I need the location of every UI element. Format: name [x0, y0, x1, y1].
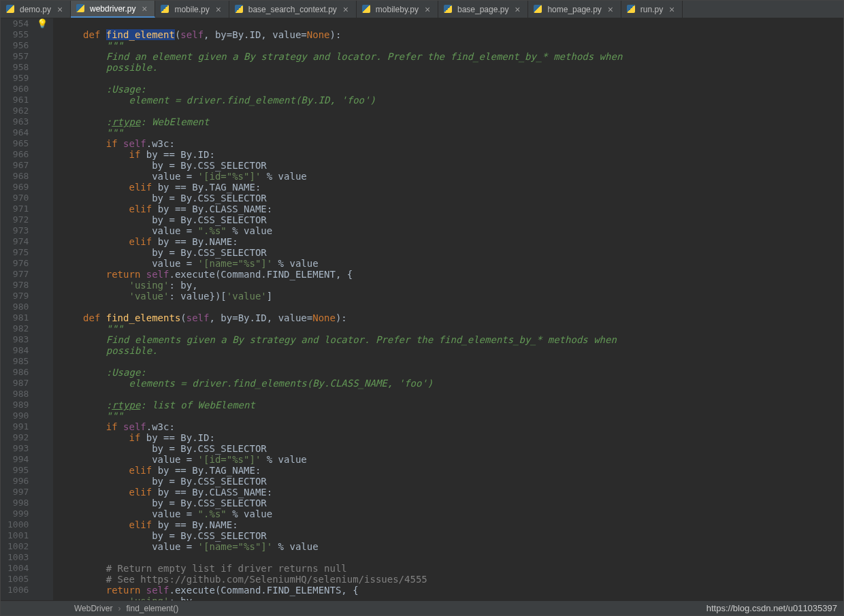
code-text: by = By.CSS_SELECTOR — [60, 214, 266, 225]
tab-label: webdriver.py — [90, 4, 135, 14]
code-text: by == By.ID: — [146, 149, 215, 160]
self-param: self — [180, 29, 204, 40]
tab-label: base_search_context.py — [248, 5, 337, 14]
tab-base-search-context[interactable]: base_search_context.py× — [229, 1, 357, 18]
code-text: by == By.TAG_NAME: — [158, 182, 261, 193]
function-name: find_elements — [106, 312, 181, 323]
close-icon[interactable]: × — [55, 4, 65, 15]
indent — [60, 487, 129, 498]
keyword-return: return — [106, 269, 146, 280]
tab-mobile[interactable]: mobile.py× — [155, 1, 229, 18]
indent — [60, 269, 106, 280]
docstring: : — [60, 400, 112, 410]
params: , by=By.ID, value= — [209, 312, 312, 323]
close-icon[interactable]: × — [140, 3, 149, 14]
tab-home-page[interactable]: home_page.py× — [528, 1, 621, 18]
editor-tabs: demo.py× webdriver.py× mobile.py× base_s… — [1, 1, 843, 18]
code-text: by == By.CLASS_NAME: — [158, 204, 273, 214]
tab-label: home_page.py — [547, 5, 601, 14]
keyword-if: if — [106, 138, 123, 149]
indent — [60, 182, 129, 193]
indent — [60, 421, 106, 432]
code-text: : value})[ — [169, 291, 226, 302]
paren: ( — [180, 312, 186, 323]
code-text: by == By.ID: — [146, 432, 215, 443]
breadcrumb-method[interactable]: find_element() — [126, 604, 178, 613]
close-icon[interactable]: × — [667, 4, 677, 15]
code-text: % value — [261, 171, 306, 182]
keyword-if: if — [106, 421, 123, 432]
close-icon[interactable]: × — [423, 4, 432, 15]
tab-demo[interactable]: demo.py× — [1, 1, 71, 18]
self-ref: self — [123, 138, 146, 149]
string-literal: 'value' — [129, 291, 169, 302]
code-text: value = — [60, 508, 197, 519]
code-text: by == By.NAME: — [158, 519, 238, 530]
tab-label: run.py — [640, 5, 663, 14]
code-text: by == By.CLASS_NAME: — [158, 487, 273, 498]
python-icon — [627, 5, 636, 14]
string-literal: 'using' — [129, 596, 169, 600]
code-text: .execute(Command.FIND_ELEMENTS, { — [169, 585, 358, 596]
close-icon[interactable]: × — [341, 4, 351, 15]
keyword-elif: elif — [129, 519, 157, 530]
comment: # Return empty list if driver returns nu… — [60, 563, 346, 574]
code-text: by = By.CSS_SELECTOR — [60, 247, 266, 258]
rtype-tag: rtype — [112, 400, 140, 410]
close-icon[interactable]: × — [513, 4, 522, 15]
comment: # See https://github.com/SeleniumHQ/sele… — [60, 574, 427, 585]
rtype-tag: rtype — [112, 116, 140, 127]
tab-mobileby[interactable]: mobileby.py× — [357, 1, 438, 18]
code-text: value = — [60, 225, 197, 236]
keyword-return: return — [106, 585, 146, 596]
code-text: .w3c: — [146, 138, 175, 149]
code-text: .execute(Command.FIND_ELEMENT, { — [169, 269, 353, 280]
breadcrumb-class[interactable]: WebDriver — [74, 604, 112, 613]
code-text: by = By.CSS_SELECTOR — [60, 443, 266, 454]
keyword-if: if — [129, 149, 146, 160]
code-editor[interactable]: def find_element(self, by=By.ID, value=N… — [53, 18, 843, 600]
paren: ): — [336, 312, 347, 323]
close-icon[interactable]: × — [606, 4, 615, 15]
indent — [60, 465, 129, 476]
editor-area[interactable]: 954 955 956 957 958 959 960 961 962 963 … — [1, 18, 843, 600]
close-icon[interactable]: × — [214, 4, 223, 15]
tab-label: demo.py — [20, 5, 51, 14]
indent — [60, 291, 129, 302]
tab-run[interactable]: run.py× — [621, 1, 683, 18]
tab-label: mobileby.py — [376, 5, 419, 14]
code-text: by = By.CSS_SELECTOR — [60, 476, 266, 487]
string-literal: ".%s" — [198, 225, 227, 236]
docstring: : list of WebElement — [140, 400, 255, 410]
intention-bulb-icon[interactable]: 💡 — [37, 18, 48, 29]
code-text: % value — [227, 225, 272, 236]
indent — [60, 204, 129, 214]
tab-webdriver[interactable]: webdriver.py× — [71, 1, 155, 18]
code-text: : by, — [169, 280, 197, 291]
string-literal: ".%s" — [198, 508, 227, 519]
indent — [60, 138, 106, 149]
tab-base-page[interactable]: base_page.py× — [438, 1, 528, 18]
string-literal: 'using' — [129, 280, 169, 291]
code-text: .w3c: — [146, 421, 175, 432]
code-text: by = By.CSS_SELECTOR — [60, 193, 266, 204]
python-icon — [6, 5, 16, 14]
indent — [60, 236, 129, 247]
keyword-none: None — [312, 312, 336, 323]
code-text: by == By.NAME: — [158, 236, 238, 247]
string-literal: '[id="%s"]' — [198, 171, 261, 182]
docstring: """ — [60, 323, 123, 334]
string-literal: '[id="%s"]' — [198, 454, 261, 465]
string-literal: '[name="%s"]' — [198, 258, 273, 269]
docstring: """ — [60, 127, 123, 138]
code-text: value = — [60, 541, 197, 552]
chevron-right-icon: › — [118, 604, 120, 613]
keyword-def: def — [83, 29, 106, 40]
docstring: :Usage: — [60, 84, 146, 95]
watermark-text: https://blog.csdn.net/u011035397 — [707, 603, 837, 613]
docstring: """ — [60, 40, 123, 51]
python-icon — [362, 5, 372, 14]
code-text: : by, — [169, 596, 197, 600]
indent — [60, 519, 129, 530]
keyword-elif: elif — [129, 487, 157, 498]
